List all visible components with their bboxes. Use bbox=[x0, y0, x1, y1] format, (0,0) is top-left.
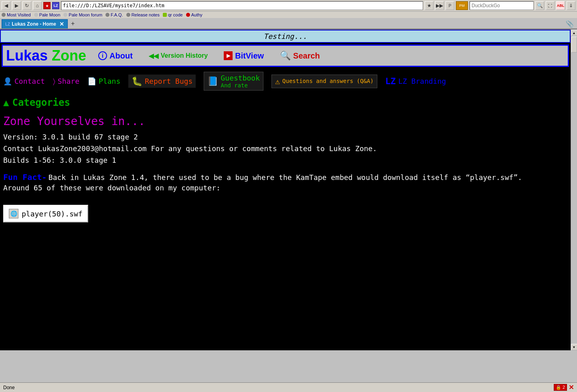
status-bar: Done 🔒 2 ✕ bbox=[0, 382, 577, 392]
guestbook-sub: And rate bbox=[221, 82, 260, 89]
tab-active[interactable]: LZ Lukas Zone - Home ✕ bbox=[2, 19, 68, 28]
secondary-nav: 👤 Contact 〉 Share 📄 Plans 🐛 Report Bugs … bbox=[0, 69, 571, 94]
nav-about-label: About bbox=[109, 51, 133, 61]
page-area: ▲ ▼ Testing... Lukas Zone i About ◀◀ Ver… bbox=[0, 30, 577, 350]
favicon: LZ bbox=[52, 2, 59, 9]
nav-search-label: Search bbox=[293, 51, 320, 61]
home-button[interactable]: ⌂ bbox=[33, 1, 42, 10]
fun-fact-label: Fun Fact- bbox=[3, 172, 47, 182]
zone-yourselves-heading: Zone Yourselves in... bbox=[3, 115, 567, 128]
address-bar[interactable] bbox=[61, 1, 423, 10]
rss-button[interactable]: ▶▶ bbox=[435, 1, 444, 10]
screenshot-button[interactable]: ⛶ bbox=[546, 1, 555, 10]
refresh-button[interactable]: ↻ bbox=[22, 1, 31, 10]
logo-zone: Zone bbox=[52, 47, 86, 64]
abl-button[interactable]: ABL bbox=[556, 1, 565, 10]
bookmark-pale-moon[interactable]: Pale Moon bbox=[34, 12, 61, 17]
status-text: Done bbox=[3, 385, 15, 390]
browser-logo: PM bbox=[456, 1, 468, 10]
scroll-thumb[interactable] bbox=[571, 36, 577, 53]
site-logo: Lukas Zone bbox=[6, 47, 86, 64]
tab-close-button[interactable]: ✕ bbox=[59, 21, 64, 27]
bookmarks-sidebar-button[interactable]: 📎 bbox=[564, 19, 575, 28]
qa-link[interactable]: ⚠ Questions and answers (Q&A) bbox=[271, 75, 377, 88]
status-right: 🔒 2 ✕ bbox=[554, 384, 574, 391]
scroll-down-button[interactable]: ▼ bbox=[571, 344, 577, 350]
contact-link[interactable]: 👤 Contact bbox=[3, 77, 45, 85]
version-icon: ◀◀ bbox=[149, 52, 158, 60]
qa-label: Questions and answers (Q&A) bbox=[282, 78, 374, 85]
categories-section: ▲ Categories bbox=[0, 94, 571, 111]
nav-version-link[interactable]: ◀◀ Version History bbox=[149, 52, 208, 60]
branding-link[interactable]: LZ LZ Branding bbox=[385, 76, 446, 86]
doc-icon: 📄 bbox=[87, 77, 96, 85]
fun-fact-line2: Around 65 of these were downloaded on my… bbox=[3, 184, 567, 192]
main-content: Zone Yourselves in... Version: 3.0.1 bui… bbox=[0, 111, 571, 226]
browser-chrome: ◀ ▶ ↻ ⌂ ★ LZ ★ ▶▶ P PM 🔍 ⛶ ABL ⇓ Most Vi… bbox=[0, 0, 577, 30]
report-bugs-link[interactable]: 🐛 Report Bugs bbox=[128, 75, 196, 88]
status-badge-icon: 🔒 bbox=[556, 385, 561, 390]
file-item[interactable]: 🌐 player(50).swf bbox=[3, 205, 88, 222]
status-close-icon: ✕ bbox=[569, 384, 574, 391]
guestbook-link[interactable]: 📘 Guestbook And rate bbox=[204, 72, 263, 91]
new-tab-button[interactable]: + bbox=[68, 19, 78, 28]
search-button[interactable]: 🔍 bbox=[535, 1, 544, 10]
version-text: Version: 3.0.1 build 67 stage 2 bbox=[3, 133, 567, 141]
share-label: Share bbox=[58, 77, 79, 85]
back-button[interactable]: ◀ bbox=[2, 1, 10, 10]
qr-icon bbox=[163, 13, 167, 17]
bookmark-pale-moon-forum[interactable]: Pale Moon forum bbox=[63, 12, 102, 17]
qa-box: ⚠ Questions and answers (Q&A) bbox=[271, 75, 377, 88]
forward-button[interactable]: ▶ bbox=[12, 1, 21, 10]
status-error-badge: 🔒 2 bbox=[554, 384, 567, 391]
person-icon: 👤 bbox=[3, 77, 12, 85]
qa-icon: ⚠ bbox=[275, 77, 280, 86]
tab-favicon: LZ bbox=[5, 22, 10, 26]
fun-fact-line1: Fun Fact- Back in Lukas Zone 1.4, there … bbox=[3, 172, 567, 182]
nav-links: i About ◀◀ Version History ▶ BitView 🔍 S… bbox=[98, 51, 565, 61]
nav-bitview-link[interactable]: ▶ BitView bbox=[224, 51, 264, 61]
address-bar-container bbox=[61, 1, 423, 10]
bookmark-qr-code[interactable]: qr code bbox=[163, 12, 183, 17]
plans-link[interactable]: 📄 Plans bbox=[87, 77, 120, 85]
share-link[interactable]: 〉 Share bbox=[53, 77, 79, 86]
bookmarks-bar: Most Visited Pale Moon Pale Moon forum F… bbox=[0, 12, 577, 18]
bookmark-most-visited[interactable]: Most Visited bbox=[2, 12, 31, 17]
search-bar[interactable] bbox=[470, 1, 534, 10]
logo-lukas: Lukas bbox=[6, 47, 48, 64]
guestbook-inner: 📘 Guestbook And rate bbox=[207, 74, 260, 89]
bookmark-release-notes[interactable]: Release notes bbox=[126, 12, 160, 17]
nav-version-label: Version History bbox=[161, 52, 208, 59]
bookmark-icon bbox=[126, 13, 130, 17]
bookmark-faq[interactable]: F.A.Q. bbox=[105, 12, 123, 17]
swf-icon: 🌐 bbox=[10, 210, 17, 217]
bugs-label: Report Bugs bbox=[145, 77, 192, 85]
fun-fact-text: Back in Lukas Zone 1.4, there used to be… bbox=[49, 173, 522, 182]
scroll-up-button[interactable]: ▲ bbox=[571, 30, 577, 36]
status-badge-count: 2 bbox=[563, 385, 565, 390]
bookmark-authy[interactable]: Authy bbox=[186, 12, 202, 17]
testing-banner: Testing... bbox=[0, 30, 571, 43]
shield-icon: ▲ bbox=[3, 97, 9, 108]
nav-search-link[interactable]: 🔍 Search bbox=[280, 51, 320, 61]
branding-lz-icon: LZ bbox=[385, 76, 396, 86]
private-button[interactable]: P bbox=[445, 1, 454, 10]
bookmark-icon bbox=[105, 13, 109, 17]
nav-about-link[interactable]: i About bbox=[98, 51, 133, 61]
guestbook-box: 📘 Guestbook And rate bbox=[204, 72, 263, 91]
bookmark-add-button[interactable]: ★ bbox=[425, 1, 433, 10]
bookmark-icon bbox=[63, 13, 67, 17]
contact-text: Contact LukasZone2003@hotmail.com For an… bbox=[3, 144, 567, 153]
share-icon: 〉 bbox=[53, 77, 55, 86]
bookmark-star-icon: ★ bbox=[43, 2, 51, 9]
tab-title: Lukas Zone - Home bbox=[12, 21, 56, 27]
scrollbar-right[interactable]: ▲ ▼ bbox=[571, 30, 577, 350]
site-header: Lukas Zone i About ◀◀ Version History ▶ … bbox=[2, 44, 569, 67]
downloads-button[interactable]: ⇓ bbox=[567, 1, 575, 10]
branding-label: LZ Branding bbox=[398, 77, 446, 85]
bookmark-icon bbox=[34, 13, 38, 17]
guestbook-text-block: Guestbook And rate bbox=[221, 74, 260, 89]
bug-icon: 🐛 bbox=[132, 76, 142, 86]
authy-icon bbox=[186, 13, 190, 17]
plans-label: Plans bbox=[99, 77, 120, 85]
